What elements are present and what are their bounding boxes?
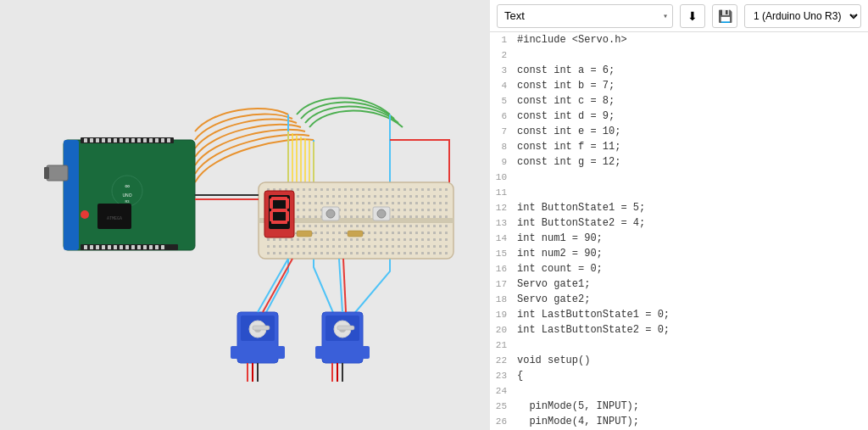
svg-rect-52: [309, 188, 311, 191]
svg-rect-300: [309, 245, 311, 248]
svg-rect-323: [445, 245, 448, 248]
svg-rect-338: [350, 252, 353, 254]
svg-rect-334: [326, 252, 329, 254]
svg-rect-369: [348, 231, 363, 237]
svg-rect-183: [350, 215, 353, 218]
svg-rect-155: [368, 209, 370, 211]
svg-rect-315: [398, 245, 400, 248]
svg-rect-254: [403, 232, 406, 234]
svg-text:R3: R3: [125, 199, 130, 204]
svg-rect-360: [270, 198, 273, 209]
svg-rect-117: [326, 202, 329, 204]
text-mode-select[interactable]: Text: [497, 4, 673, 28]
svg-rect-121: [350, 202, 353, 204]
line-text: Servo gate1;: [517, 276, 590, 292]
svg-rect-310: [368, 245, 370, 248]
svg-rect-38: [155, 245, 159, 249]
svg-rect-94: [374, 195, 376, 198]
svg-rect-292: [445, 238, 448, 241]
svg-rect-212: [338, 225, 341, 227]
svg-rect-32: [120, 245, 123, 249]
svg-rect-39: [161, 245, 164, 249]
svg-rect-125: [374, 202, 376, 204]
download-button[interactable]: ⬇: [680, 4, 705, 28]
svg-rect-137: [445, 202, 448, 204]
svg-rect-320: [427, 245, 430, 248]
svg-rect-335: [332, 252, 335, 254]
svg-rect-243: [338, 232, 341, 234]
svg-rect-276: [350, 238, 353, 241]
svg-rect-128: [392, 202, 394, 204]
svg-rect-286: [409, 238, 412, 241]
svg-rect-101: [415, 195, 418, 198]
svg-rect-35: [137, 245, 141, 249]
board-select[interactable]: 1 (Arduino Uno R3): [744, 4, 861, 28]
svg-rect-165: [427, 209, 430, 211]
svg-rect-268: [303, 238, 305, 241]
line-number: 10: [490, 170, 517, 185]
svg-rect-60: [356, 188, 359, 191]
svg-rect-161: [403, 209, 406, 211]
svg-rect-145: [309, 209, 311, 211]
svg-rect-242: [332, 232, 335, 234]
line-number: 8: [490, 139, 517, 154]
svg-rect-154: [362, 209, 364, 211]
svg-rect-330: [303, 252, 305, 254]
svg-rect-72: [427, 188, 430, 191]
svg-rect-311: [374, 245, 376, 248]
svg-rect-383: [276, 346, 285, 359]
svg-rect-393: [361, 346, 370, 359]
svg-rect-350: [421, 252, 424, 254]
svg-rect-192: [403, 215, 406, 218]
svg-rect-73: [433, 188, 436, 191]
svg-rect-279: [368, 238, 370, 241]
svg-rect-194: [415, 215, 418, 218]
svg-rect-19: [137, 138, 141, 142]
code-content: 1#include <Servo.h>23const int a = 6;4co…: [490, 32, 868, 430]
svg-rect-193: [409, 215, 412, 218]
svg-rect-115: [314, 202, 317, 204]
svg-rect-230: [445, 225, 448, 227]
svg-rect-217: [368, 225, 370, 227]
line-number: 19: [490, 307, 517, 322]
svg-rect-24: [167, 138, 170, 142]
svg-rect-340: [362, 252, 364, 254]
svg-rect-304: [332, 245, 335, 248]
svg-rect-354: [445, 252, 448, 254]
svg-rect-301: [314, 245, 317, 248]
svg-rect-29: [102, 245, 105, 249]
svg-rect-31: [114, 245, 117, 249]
svg-rect-220: [386, 225, 388, 227]
svg-point-373: [377, 209, 386, 218]
svg-rect-132: [415, 202, 418, 204]
svg-rect-70: [415, 188, 418, 191]
svg-rect-317: [409, 245, 412, 248]
line-text: {: [517, 368, 523, 383]
svg-rect-93: [368, 195, 370, 198]
line-number: 4: [490, 78, 517, 93]
svg-rect-37: [149, 245, 153, 249]
svg-rect-216: [362, 225, 364, 227]
svg-rect-65: [386, 188, 388, 191]
svg-rect-105: [439, 195, 442, 198]
svg-rect-89: [344, 195, 347, 198]
line-number: 2: [490, 47, 517, 63]
svg-rect-197: [433, 215, 436, 218]
svg-rect-114: [309, 202, 311, 204]
svg-rect-277: [356, 238, 359, 241]
code-line: 10: [490, 170, 868, 185]
line-number: 17: [490, 276, 517, 292]
line-number: 11: [490, 185, 517, 200]
line-number: 21: [490, 338, 517, 353]
svg-rect-271: [320, 238, 323, 241]
line-number: 9: [490, 154, 517, 170]
svg-rect-206: [303, 225, 305, 227]
svg-rect-22: [155, 138, 159, 142]
svg-rect-102: [421, 195, 424, 198]
svg-rect-218: [374, 225, 376, 227]
svg-rect-199: [445, 215, 448, 218]
svg-rect-91: [356, 195, 359, 198]
save-button[interactable]: 💾: [712, 4, 737, 28]
svg-rect-34: [131, 245, 135, 249]
svg-rect-67: [398, 188, 400, 191]
